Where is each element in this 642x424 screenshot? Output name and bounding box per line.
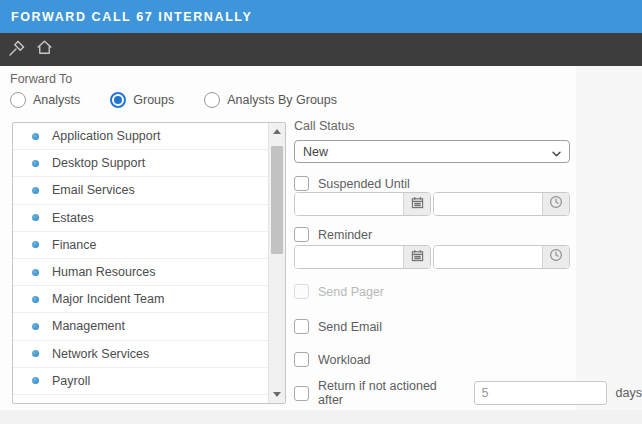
home-button[interactable] — [34, 40, 54, 60]
scroll-down-button[interactable] — [269, 386, 285, 403]
title-bar: FORWARD CALL 67 INTERNALLY — [0, 0, 642, 33]
return-days-input[interactable] — [474, 381, 607, 405]
group-bullet-icon — [32, 133, 39, 140]
reminder-date-group — [294, 245, 431, 269]
calendar-icon — [411, 195, 424, 213]
return-label: Return if not actioned after — [318, 379, 465, 407]
send-pager-checkbox — [294, 284, 309, 299]
scroll-up-icon — [273, 129, 281, 134]
suspended-date-group — [294, 192, 431, 216]
send-pager-label: Send Pager — [318, 285, 384, 299]
group-bullet-icon — [32, 377, 39, 384]
reminder-checkbox[interactable] — [294, 227, 309, 242]
radio-analysts-label: Analysts — [33, 93, 80, 107]
reminder-time-group — [433, 245, 570, 269]
list-scrollbar[interactable] — [268, 123, 285, 403]
pin-icon — [8, 39, 26, 61]
group-bullet-icon — [32, 296, 39, 303]
list-item-desktop-support[interactable]: Desktop Support — [13, 150, 268, 177]
return-if-not-actioned-row: Return if not actioned after days — [294, 381, 642, 405]
reminder-date-input[interactable] — [295, 246, 403, 268]
list-item-management[interactable]: Management — [13, 313, 268, 340]
list-item-network-services[interactable]: Network Services — [13, 341, 268, 368]
radio-analysts-circle[interactable] — [10, 92, 26, 108]
footer-strip — [0, 410, 642, 424]
list-item-email-services[interactable]: Email Services — [13, 177, 268, 204]
call-status-value: New — [303, 145, 552, 159]
reminder-time-input[interactable] — [434, 246, 542, 268]
send-email-checkbox[interactable] — [294, 319, 309, 334]
group-bullet-icon — [32, 350, 39, 357]
call-status-select[interactable]: New — [294, 140, 570, 163]
return-unit-label: days — [616, 386, 642, 400]
suspended-until-checkbox-row[interactable]: Suspended Until — [294, 176, 410, 191]
suspended-time-group — [433, 192, 570, 216]
workload-checkbox-row[interactable]: Workload — [294, 352, 371, 367]
radio-groups-circle[interactable] — [110, 92, 126, 108]
return-checkbox[interactable] — [294, 386, 309, 401]
group-bullet-icon — [32, 214, 39, 221]
scroll-up-button[interactable] — [269, 123, 285, 140]
radio-groups-label: Groups — [133, 93, 174, 107]
calendar-icon — [411, 248, 424, 266]
reminder-calendar-button[interactable] — [403, 246, 430, 268]
reminder-checkbox-row[interactable]: Reminder — [294, 227, 372, 242]
groups-list: Application Support Desktop Support Emai… — [13, 123, 268, 403]
forward-to-radio-group: Analysts Groups Analysts By Groups — [10, 92, 337, 108]
list-item-human-resources[interactable]: Human Resources — [13, 259, 268, 286]
suspended-time-input[interactable] — [434, 193, 542, 215]
radio-groups[interactable]: Groups — [110, 92, 174, 108]
send-email-label: Send Email — [318, 320, 382, 334]
list-item-finance[interactable]: Finance — [13, 232, 268, 259]
clock-icon — [549, 248, 563, 266]
workload-checkbox[interactable] — [294, 352, 309, 367]
reminder-label: Reminder — [318, 228, 372, 242]
page-title: FORWARD CALL 67 INTERNALLY — [11, 10, 252, 24]
suspended-until-label: Suspended Until — [318, 177, 410, 191]
call-options-panel: Call Status New Suspended Until — [294, 66, 570, 410]
chevron-down-icon — [552, 143, 561, 161]
radio-analysts-by-groups-circle[interactable] — [204, 92, 220, 108]
group-bullet-icon — [32, 187, 39, 194]
send-pager-checkbox-row: Send Pager — [294, 284, 384, 299]
scroll-down-icon — [273, 392, 281, 397]
list-item-application-support[interactable]: Application Support — [13, 123, 268, 150]
clock-icon — [549, 195, 563, 213]
workload-label: Workload — [318, 353, 371, 367]
list-item-major-incident-team[interactable]: Major Incident Team — [13, 286, 268, 313]
home-icon — [35, 38, 54, 61]
send-email-checkbox-row[interactable]: Send Email — [294, 319, 382, 334]
group-bullet-icon — [32, 323, 39, 330]
scrollbar-thumb[interactable] — [271, 146, 283, 254]
reminder-clock-button[interactable] — [542, 246, 569, 268]
groups-listbox: Application Support Desktop Support Emai… — [12, 122, 286, 404]
forward-to-label: Forward To — [10, 72, 72, 86]
suspended-until-checkbox[interactable] — [294, 176, 309, 191]
reminder-datetime-row — [294, 245, 570, 269]
suspended-clock-button[interactable] — [542, 193, 569, 215]
list-item-payroll[interactable]: Payroll — [13, 368, 268, 395]
group-bullet-icon — [32, 160, 39, 167]
forward-call-dialog: FORWARD CALL 67 INTERNALLY Forward To — [0, 0, 642, 424]
radio-analysts[interactable]: Analysts — [10, 92, 80, 108]
suspended-until-datetime-row — [294, 192, 570, 216]
suspended-date-input[interactable] — [295, 193, 403, 215]
group-bullet-icon — [32, 269, 39, 276]
toolbar — [0, 33, 642, 66]
suspended-calendar-button[interactable] — [403, 193, 430, 215]
list-item-estates[interactable]: Estates — [13, 205, 268, 232]
group-bullet-icon — [32, 241, 39, 248]
call-status-label: Call Status — [294, 119, 354, 133]
pin-button[interactable] — [7, 40, 27, 60]
